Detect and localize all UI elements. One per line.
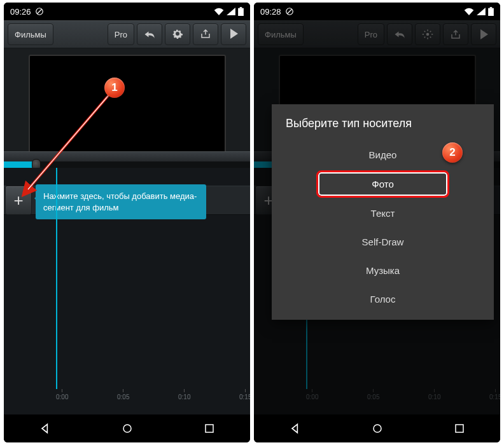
- settings-button[interactable]: [415, 24, 440, 45]
- play-icon: [229, 29, 238, 41]
- timeline-ticks: 0:00 0:05 0:10 0:15: [4, 389, 250, 403]
- share-button[interactable]: [193, 24, 218, 45]
- preview-base: [4, 151, 250, 161]
- back-icon[interactable]: [289, 422, 302, 435]
- svg-point-4: [123, 425, 131, 432]
- back-icon[interactable]: [39, 422, 52, 435]
- dialog-item-music[interactable]: Музыка: [272, 256, 494, 285]
- hint-tooltip: Нажмите здесь, чтобы добавить медиа-сегм…: [36, 184, 206, 219]
- app-toolbar: Фильмы Pro: [4, 20, 250, 48]
- wifi-icon: [214, 8, 224, 15]
- playhead-line: [56, 168, 57, 389]
- android-navbar: [254, 414, 500, 442]
- dialog-title: Выберите тип носителя: [272, 117, 494, 140]
- signal-icon: [227, 8, 235, 15]
- do-not-disturb-icon: [35, 7, 44, 16]
- preview-screen[interactable]: [29, 55, 226, 156]
- home-icon[interactable]: [122, 423, 133, 434]
- svg-rect-5: [206, 425, 213, 432]
- status-time: 09:26: [10, 7, 31, 17]
- recents-icon[interactable]: [454, 423, 465, 434]
- svg-line-9: [287, 10, 291, 14]
- android-navbar: [4, 414, 250, 442]
- plus-icon: +: [13, 191, 23, 210]
- svg-rect-14: [456, 425, 463, 432]
- svg-point-12: [426, 33, 430, 36]
- svg-rect-3: [240, 7, 242, 8]
- status-bar: 09:28: [254, 3, 500, 20]
- recents-icon[interactable]: [204, 423, 215, 434]
- add-segment-button[interactable]: +: [5, 186, 32, 215]
- share-icon: [200, 29, 211, 41]
- movies-button[interactable]: Фильмы: [258, 24, 304, 45]
- svg-line-1: [37, 10, 41, 14]
- svg-point-13: [374, 425, 381, 432]
- home-icon[interactable]: [372, 423, 383, 434]
- movies-button[interactable]: Фильмы: [8, 24, 53, 45]
- timeline-area: + Нажмите здесь, чтобы добавить медиа-се…: [4, 168, 250, 414]
- phone-left: 09:26 Фильмы Pro: [4, 3, 250, 442]
- undo-button[interactable]: [137, 24, 162, 45]
- preview-area: [4, 48, 250, 161]
- annotation-marker-2: 2: [442, 142, 463, 163]
- do-not-disturb-icon: [285, 7, 294, 16]
- app-toolbar: Фильмы Pro: [254, 20, 500, 48]
- play-button[interactable]: [221, 24, 246, 45]
- svg-rect-2: [238, 8, 244, 16]
- gear-icon: [172, 28, 183, 41]
- status-bar: 09:26: [4, 3, 250, 20]
- timeline-ticks: 0:00 0:05 0:10 0:15: [254, 389, 500, 403]
- share-button[interactable]: [443, 24, 468, 45]
- signal-icon: [477, 8, 486, 15]
- annotation-marker-1: 1: [104, 78, 125, 98]
- pro-button[interactable]: Pro: [358, 24, 384, 45]
- svg-rect-11: [490, 7, 493, 8]
- phone-right: 09:28 Фильмы Pro + 0:00 0:05 0:: [254, 3, 500, 442]
- media-type-dialog: Выберите тип носителя Видео Фото Текст S…: [272, 104, 494, 320]
- dialog-item-text[interactable]: Текст: [272, 199, 494, 228]
- battery-icon: [238, 7, 244, 16]
- scrub-bar[interactable]: [4, 161, 250, 168]
- battery-icon: [488, 7, 494, 16]
- dialog-item-selfdraw[interactable]: Self-Draw: [272, 228, 494, 256]
- wifi-icon: [464, 8, 474, 15]
- dialog-item-photo[interactable]: Фото: [316, 170, 449, 198]
- play-button[interactable]: [471, 24, 496, 45]
- pro-button[interactable]: Pro: [108, 24, 134, 45]
- settings-button[interactable]: [165, 24, 190, 45]
- status-time: 09:28: [260, 7, 281, 17]
- dialog-item-voice[interactable]: Голос: [272, 285, 494, 313]
- undo-button[interactable]: [387, 24, 412, 45]
- svg-rect-10: [488, 8, 494, 16]
